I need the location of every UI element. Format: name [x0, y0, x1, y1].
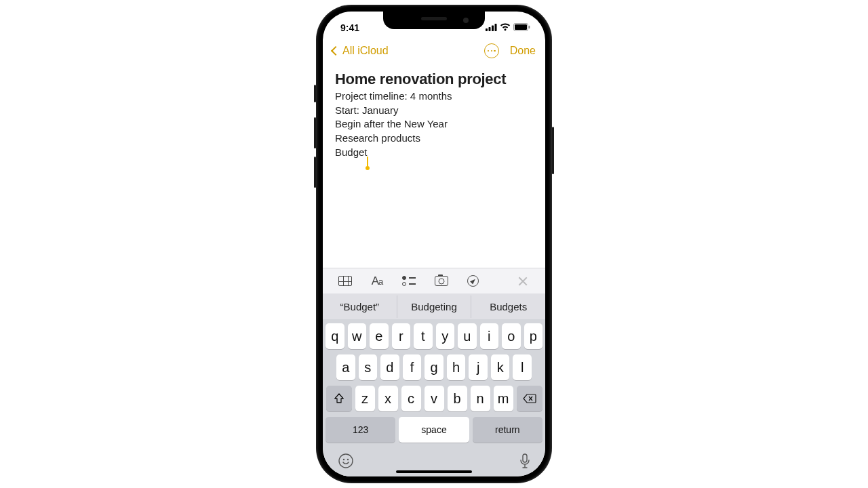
checklist-icon	[402, 276, 416, 286]
format-toolbar: Aa	[323, 268, 545, 293]
key-w[interactable]: w	[348, 323, 367, 349]
notch	[383, 12, 485, 29]
svg-rect-1	[489, 27, 491, 31]
cellular-icon	[486, 22, 497, 33]
emoji-icon	[338, 453, 354, 469]
key-e[interactable]: e	[370, 323, 389, 349]
svg-rect-5	[515, 24, 527, 30]
key-y[interactable]: y	[436, 323, 455, 349]
key-s[interactable]: s	[359, 354, 378, 380]
delete-key[interactable]	[517, 386, 542, 411]
status-time: 9:41	[340, 22, 359, 33]
key-x[interactable]: x	[378, 386, 398, 411]
key-t[interactable]: t	[414, 323, 433, 349]
key-l[interactable]: l	[513, 354, 532, 380]
mic-icon	[519, 453, 530, 468]
svg-point-8	[343, 458, 344, 460]
key-r[interactable]: r	[392, 323, 411, 349]
suggestion[interactable]: Budgeting	[397, 296, 472, 318]
key-a[interactable]: a	[336, 354, 355, 380]
back-button[interactable]: All iCloud	[332, 45, 389, 57]
home-indicator[interactable]	[396, 470, 472, 473]
key-f[interactable]: f	[403, 354, 422, 380]
close-toolbar-button[interactable]	[516, 274, 530, 289]
suggestion[interactable]: Budgets	[471, 296, 545, 318]
svg-rect-0	[486, 28, 488, 31]
camera-icon	[435, 276, 448, 286]
backspace-icon	[523, 394, 536, 403]
key-c[interactable]: c	[401, 386, 421, 411]
dictation-button[interactable]	[519, 453, 530, 472]
svg-rect-2	[492, 26, 494, 32]
space-key[interactable]: space	[399, 417, 469, 443]
back-label: All iCloud	[342, 45, 389, 57]
text-style-button[interactable]: Aa	[370, 274, 384, 289]
nav-bar: All iCloud Done	[323, 37, 545, 64]
keyboard: qwertyuiop asdfghjkl zxcvbnm 123 space r…	[323, 319, 545, 476]
key-g[interactable]: g	[425, 354, 443, 380]
key-row: qwertyuiop	[326, 323, 542, 349]
return-key[interactable]: return	[473, 417, 542, 443]
checklist-button[interactable]	[402, 274, 416, 289]
side-button	[314, 157, 316, 188]
svg-rect-6	[529, 26, 530, 28]
table-icon	[338, 276, 352, 286]
wifi-icon	[500, 22, 511, 33]
shift-key[interactable]	[326, 386, 352, 411]
key-b[interactable]: b	[448, 386, 467, 411]
key-k[interactable]: k	[491, 354, 510, 380]
key-d[interactable]: d	[380, 354, 399, 380]
key-p[interactable]: p	[524, 323, 543, 349]
key-h[interactable]: h	[447, 354, 466, 380]
emoji-button[interactable]	[338, 453, 354, 472]
key-n[interactable]: n	[471, 386, 490, 411]
predictive-bar: “Budget” Budgeting Budgets	[323, 293, 545, 319]
svg-rect-3	[495, 24, 497, 31]
note-line: Research products	[335, 131, 533, 146]
status-right	[486, 22, 530, 33]
text-cursor	[367, 157, 368, 169]
table-button[interactable]	[338, 274, 352, 289]
screen: 9:41 All iCloud	[323, 12, 545, 476]
more-button[interactable]	[484, 43, 499, 58]
chevron-left-icon	[331, 46, 340, 56]
svg-point-9	[347, 458, 349, 460]
key-i[interactable]: i	[480, 323, 499, 349]
note-title: Home renovation project	[335, 70, 533, 88]
close-icon	[517, 276, 528, 287]
markup-icon	[467, 275, 479, 287]
key-m[interactable]: m	[494, 386, 513, 411]
battery-icon	[513, 22, 530, 33]
key-z[interactable]: z	[355, 386, 375, 411]
key-j[interactable]: j	[469, 354, 488, 380]
aa-icon: Aa	[372, 274, 383, 288]
key-v[interactable]: v	[425, 386, 444, 411]
shift-icon	[334, 393, 344, 404]
side-button	[314, 85, 316, 102]
side-button	[314, 117, 316, 148]
key-q[interactable]: q	[326, 323, 344, 349]
note-editor[interactable]: Home renovation project Project timeline…	[323, 62, 545, 268]
note-line: Begin after the New Year	[335, 117, 533, 131]
key-row: zxcvbnm	[326, 386, 542, 411]
suggestion[interactable]: “Budget”	[323, 296, 397, 318]
note-line: Budget	[335, 146, 533, 160]
markup-button[interactable]	[466, 274, 480, 289]
key-row: asdfghjkl	[326, 354, 542, 380]
note-line-text: Budget	[335, 146, 368, 160]
svg-point-7	[339, 454, 353, 468]
key-u[interactable]: u	[458, 323, 477, 349]
ellipsis-icon	[488, 50, 489, 52]
device-frame: 9:41 All iCloud	[316, 5, 552, 483]
done-button[interactable]: Done	[510, 45, 536, 57]
side-button	[552, 127, 554, 174]
svg-rect-10	[523, 454, 527, 462]
key-o[interactable]: o	[502, 323, 521, 349]
note-line: Start: January	[335, 104, 533, 118]
numbers-key[interactable]: 123	[326, 417, 395, 443]
camera-button[interactable]	[434, 274, 448, 289]
key-row: 123 space return	[326, 417, 542, 443]
note-line: Project timeline: 4 months	[335, 89, 533, 104]
